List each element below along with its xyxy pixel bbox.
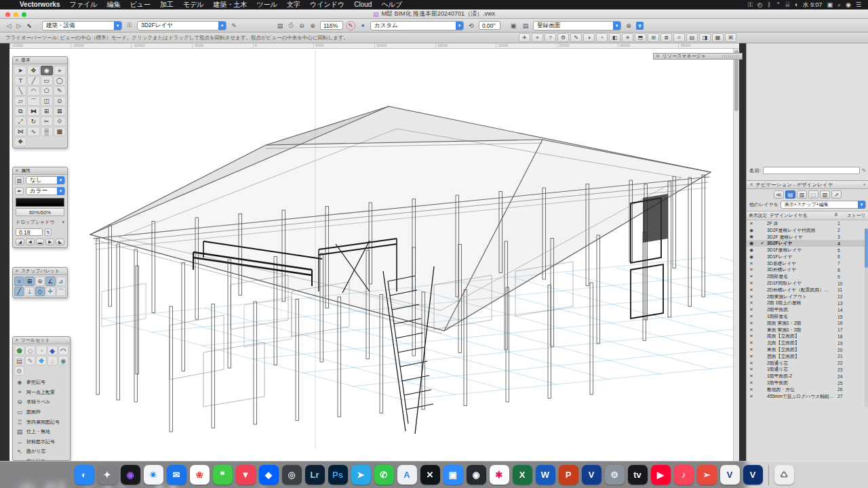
visibility-x-icon[interactable]: ✕ [747,347,756,352]
edit-name-icon[interactable]: ✎ [862,167,866,174]
visibility-x-icon[interactable]: ✕ [747,281,756,286]
layer-row[interactable]: ◉3D1Fレイヤ6 [747,253,868,260]
layer-row[interactable]: ✕2階通り芯22 [747,360,868,367]
minimize-window-button[interactable] [14,12,18,17]
model-toolset-icon[interactable]: ❖ [36,356,46,365]
dock-icon-finder[interactable]: ◐ [75,465,94,485]
layer-row[interactable]: ✕2F 床1 [747,220,868,227]
half-view-icon[interactable]: ◧ [609,33,620,42]
drawing-canvas[interactable]: -20000-15000-10000-500005000100001500020… [9,43,739,461]
layer-row[interactable]: ✕2階部屋名9 [747,273,868,280]
curve-tool[interactable]: ⌒ [27,96,39,106]
flyover-mode-icon[interactable]: ✈ [519,33,530,42]
dock-icon-photos[interactable]: ❀ [190,465,210,485]
class-options-lock-icon[interactable]: ⚿ [125,21,134,30]
palette-header[interactable]: ✕ 属性 [13,167,67,175]
rotation-angle-field[interactable]: 0.00° [479,21,500,30]
dock-icon-excel[interactable]: X [513,465,532,485]
menu-item[interactable]: ビュー [125,1,155,8]
toolset-tool[interactable]: ↔対称図示記号 [14,437,68,447]
visibility-x-icon[interactable]: ✕ [747,294,756,300]
pen-nib-icon[interactable]: ✒ [15,187,24,195]
layer-row[interactable]: ✕1階平面図-224 [747,373,868,380]
dock-icon-youtube[interactable]: ▶ [651,465,671,485]
layer-row[interactable]: ✕3D外構レイヤ8 [747,267,868,274]
polygon-tool[interactable]: ⬠ [41,86,53,96]
dock-icon-github[interactable]: ◉ [467,465,486,485]
config-toolset-icon[interactable]: ⚙ [14,366,24,375]
menu-clock[interactable]: 水 9:07 [802,1,822,9]
zoom-level-field[interactable]: 116% [320,21,343,30]
layer-row[interactable]: ✕東面 実測1・2階17 [747,327,868,333]
pan-tool[interactable]: ✥ [27,66,39,75]
dock-icon-pocket[interactable]: ▼ [236,465,256,485]
layer-row[interactable]: ✕2D1F間取レイヤ10 [747,280,868,287]
navigation-mode-icon[interactable]: ➚ [831,190,842,199]
layer-row[interactable]: ✕1階部屋名15 [747,313,868,320]
snap-angle-icon[interactable]: ∠ [45,277,55,286]
visibility-x-icon[interactable]: ✕ [747,333,756,339]
status-icon[interactable]: ▣ [827,1,833,8]
status-icon[interactable]: ☰ [856,1,861,8]
visibility-x-icon[interactable]: ✕ [747,307,756,312]
visibility-eye-icon[interactable]: ◉ [747,228,756,233]
navigation-mode-icon[interactable]: ⬚ [808,190,818,199]
dock-icon-telegram[interactable]: ➤ [351,465,371,485]
zoom-tool-icon[interactable]: ⊕ [308,21,317,30]
layer-options-icon[interactable]: ✎ [229,21,239,30]
snap-grid-icon[interactable]: ⌗ [14,277,24,286]
attribute-mini-button[interactable]: ◢ [16,239,24,245]
palette-header[interactable]: ✕ ツールセット [13,337,70,344]
dock-icon-vectorworks-viewer[interactable]: V [720,465,740,485]
attr-map-tool[interactable]: ❖ [14,137,26,146]
split-view-icon[interactable]: ◨ [699,33,711,42]
list-icon[interactable]: ≣ [660,33,672,42]
diagonal-tool[interactable]: ╲ [14,86,26,96]
snap-edge-icon[interactable]: ⊿ [56,277,66,286]
arc-tool[interactable]: ◠ [27,86,39,96]
dock-icon-siri[interactable]: ◉ [121,465,140,485]
dock-icon-trash[interactable]: ♺ [774,465,794,485]
status-icon[interactable]: ᛒ [768,1,771,8]
visibility-eye-icon[interactable]: ◉ [747,254,756,260]
visibility-eye-icon[interactable]: ◉ [747,247,756,253]
layer-row[interactable]: ◉3D2F 屋根レイヤ3 [747,234,868,241]
layer-row[interactable]: ◉3D2F屋根レイヤ付図面2 [747,227,868,234]
hatch-tool[interactable]: ▒ [41,127,53,136]
bim-toolset-icon[interactable]: ◆ [47,346,58,355]
dock-icon-zoom[interactable]: ▣ [443,465,463,485]
toolset-tool[interactable]: ◈参照記号 [14,378,68,388]
save-view-icon[interactable]: ⌘ [725,33,736,42]
status-icon[interactable]: ⌕ [837,1,841,9]
zoom-tool[interactable]: ⌖ [54,66,66,75]
freehand-tool[interactable]: ✎ [54,86,66,96]
attribute-mini-button[interactable]: ▬ [36,239,45,245]
toolset-tool[interactable]: ♖室内展開図記号 [14,417,68,427]
lineweight-field[interactable]: 0.18 [16,228,43,236]
attribute-mini-button[interactable]: ◀ [26,239,35,245]
layer-row[interactable]: ✕2D外構レイヤ（配置図用）…11 [747,287,868,293]
attribute-mini-button[interactable]: ◣ [56,239,64,245]
clip-tool[interactable]: ⧉ [14,106,26,116]
menu-item[interactable]: ヘルプ [376,1,407,8]
light-icon[interactable]: ☀ [622,33,633,42]
dock-icon-word[interactable]: W [536,465,555,485]
layer-row[interactable]: ✕455mmで並ぶログハウス軸組…27 [747,393,868,400]
visibility-x-icon[interactable]: ✕ [747,387,756,392]
view-history-icon[interactable]: ▷ [14,21,24,30]
dropshadow-toggle-icon[interactable]: ▾ [62,220,64,225]
dock-icon-appstore[interactable]: A [397,465,417,485]
view-orientation-dropdown[interactable]: カスタム▾ [370,21,464,30]
grid-icon[interactable]: ⊞ [648,33,659,42]
dock-icon-maps[interactable]: ➢ [697,465,717,485]
navigation-mode-icon[interactable]: ▥ [797,190,807,199]
flyover-tool[interactable]: ◉ [41,66,53,75]
menu-item[interactable]: モデル [178,1,209,8]
toolset-tool[interactable]: ▤仕上・無地 [14,427,68,437]
menu-item[interactable]: Vectorworks [15,1,64,8]
dock-icon-dropbox[interactable]: ◆ [259,465,279,485]
add-saved-view-icon[interactable]: ⊕ [624,21,633,30]
rotate-view-icon[interactable]: ⟲ [467,21,476,30]
visibility-x-icon[interactable]: ✕ [747,287,756,293]
dock-icon-photoshop[interactable]: Ps [328,465,348,485]
